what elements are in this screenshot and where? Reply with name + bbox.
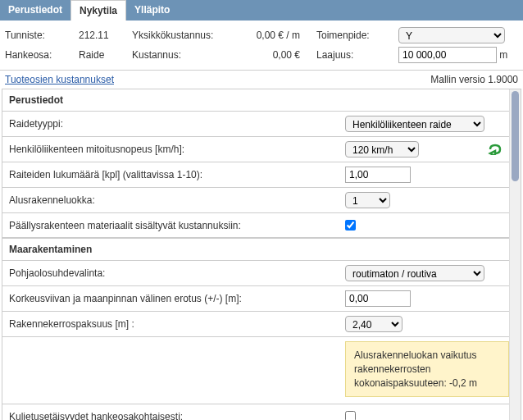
korkeus-input[interactable] — [345, 290, 411, 307]
raiteiden-input[interactable] — [345, 167, 411, 183]
raiteiden-label: Raiteiden lukumäärä [kpl] (valittavissa … — [9, 169, 345, 180]
tuoteosien-link[interactable]: Tuoteosien kustannukset — [0, 71, 119, 89]
tab-nykytila[interactable]: Nykytila — [70, 0, 126, 21]
toimenpide-select[interactable]: Y — [398, 27, 505, 43]
pohja-select[interactable]: routimaton / routiva — [345, 265, 484, 281]
note-row: Alusrakenneluokan vaikutus rakennekerros… — [2, 337, 509, 404]
row-paallys: Päällysrakenteen materiaalit sisältyvät … — [2, 213, 509, 238]
kustannus-value: 0,00 € — [230, 49, 316, 61]
raidetyyppi-label: Raidetyyppi: — [9, 118, 345, 130]
scrollbar[interactable] — [509, 89, 521, 420]
paallys-label: Päällysrakenteen materiaalit sisältyvät … — [9, 220, 345, 231]
row-kuljetus: Kuljetusetäisyydet hankeosakohtaisesti: — [2, 404, 509, 420]
row-mitoitusnopeus: Henkilöliikenteen mitoitusnopeus [km/h]:… — [2, 137, 509, 162]
model-version: Mallin versio 1.9000 — [425, 71, 523, 89]
section-perustiedot: Perustiedot — [2, 89, 509, 112]
kustannus-label: Kustannus: — [132, 49, 230, 61]
raidetyyppi-select[interactable]: Henkilöliikenteen raide — [345, 116, 484, 132]
tunniste-value: 212.11 — [79, 30, 132, 41]
toimenpide-select-wrap: Y — [398, 27, 513, 43]
note-box: Alusrakenneluokan vaikutus rakennekerros… — [345, 341, 509, 397]
kuljetus-label: Kuljetusetäisyydet hankeosakohtaisesti: — [9, 411, 345, 420]
row-pohja: Pohjaolosuhdevalinta: routimaton / routi… — [2, 261, 509, 286]
rakenne-select[interactable]: 2,40 — [345, 316, 402, 332]
content-panel: Perustiedot Raidetyyppi: Henkilöliikente… — [2, 89, 521, 420]
row-raiteiden: Raiteiden lukumäärä [kpl] (valittavissa … — [2, 162, 509, 188]
mitoitusnopeus-label: Henkilöliikenteen mitoitusnopeus [km/h]: — [9, 144, 345, 155]
korkeus-label: Korkeusviivan ja maanpinnan välinen erot… — [9, 293, 345, 304]
yksikkokustannus-label: Yksikkökustannus: — [132, 30, 230, 41]
section-maarakentaminen: Maarakentaminen — [2, 238, 509, 261]
kuljetus-checkbox[interactable] — [345, 411, 356, 420]
yksikkokustannus-value: 0,00 € / m — [230, 30, 316, 41]
laajuus-unit: m — [499, 49, 507, 61]
mitoitusnopeus-select[interactable]: 120 km/h — [345, 141, 419, 158]
row-rakenne: Rakennekerrospaksuus [m] : 2,40 — [2, 312, 509, 337]
tabs: Perustiedot Nykytila Ylläpito — [0, 0, 523, 21]
row-alusrakenne: Alusrakenneluokka: 1 — [2, 188, 509, 213]
tab-yllapito[interactable]: Ylläpito — [126, 0, 178, 21]
paallys-checkbox[interactable] — [345, 220, 356, 231]
hankeosa-value: Raide — [79, 49, 132, 61]
alusrakenne-label: Alusrakenneluokka: — [9, 194, 345, 206]
toimenpide-label: Toimenpide: — [316, 30, 398, 41]
rakenne-label: Rakennekerrospaksuus [m] : — [9, 318, 345, 330]
pohja-label: Pohjaolosuhdevalinta: — [9, 267, 345, 279]
tab-perustiedot[interactable]: Perustiedot — [0, 0, 70, 21]
alusrakenne-select[interactable]: 1 — [345, 192, 390, 208]
tunniste-label: Tunniste: — [5, 30, 79, 41]
undo-icon[interactable] — [488, 144, 503, 155]
laajuus-wrap: m — [398, 47, 513, 63]
hankeosa-label: Hankeosa: — [5, 49, 79, 61]
scroll-thumb[interactable] — [512, 91, 519, 181]
laajuus-input[interactable] — [398, 47, 497, 63]
row-korkeus: Korkeusviivan ja maanpinnan välinen erot… — [2, 286, 509, 312]
laajuus-label: Laajuus: — [316, 49, 398, 61]
infobar: Tunniste: 212.11 Yksikkökustannus: 0,00 … — [0, 21, 523, 70]
row-raidetyyppi: Raidetyyppi: Henkilöliikenteen raide — [2, 112, 509, 137]
